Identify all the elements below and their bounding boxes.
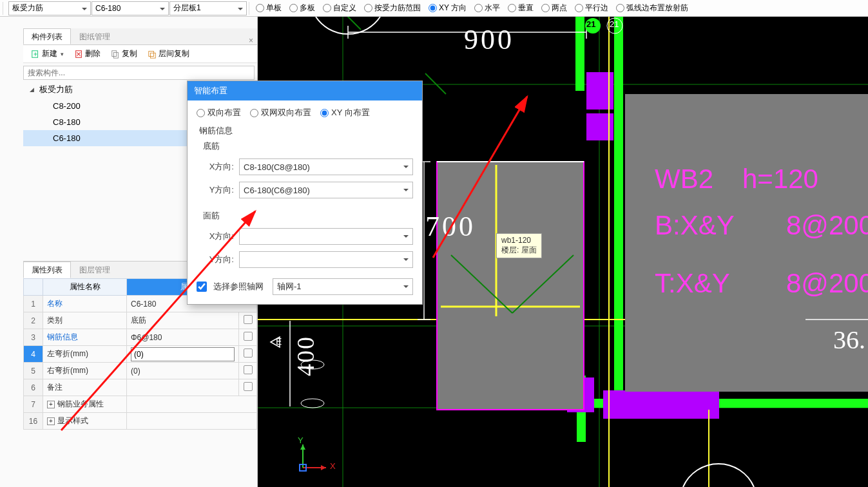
radio-bidir[interactable]: 双向布置: [197, 107, 241, 119]
group-rebar-info: 钢筋信息: [199, 125, 413, 137]
tab-layer-mgmt[interactable]: 图层管理: [71, 262, 119, 278]
y-bottom-select[interactable]: C6-180(C6@180): [239, 182, 413, 198]
copy-button[interactable]: 复制: [108, 47, 140, 61]
radio-double-net[interactable]: 双网双向布置: [250, 107, 311, 119]
svg-rect-32: [625, 94, 868, 392]
component-toolbar: 新建▾ 删除 复制 层间复制: [23, 45, 257, 63]
radio-parallel[interactable]: 平行边: [575, 3, 608, 14]
col-name: 属性名称: [43, 279, 127, 296]
dialog-title[interactable]: 智能布置: [188, 81, 422, 100]
y-top-select[interactable]: [239, 251, 413, 268]
svg-line-41: [425, 73, 446, 94]
radio-twopoint[interactable]: 两点: [541, 3, 567, 14]
sub-top: 面筋: [203, 210, 413, 222]
floor-copy-button[interactable]: 层间复制: [145, 47, 192, 61]
layer-select[interactable]: 分层板1: [169, 1, 247, 15]
axis-select[interactable]: 轴网-1: [273, 278, 413, 295]
table-row[interactable]: 2类别底筋: [24, 312, 257, 329]
new-icon: [31, 50, 40, 59]
layout-mode-radios: 双向布置 双网双向布置 XY 向布置: [197, 107, 413, 119]
table-row[interactable]: 5右弯折(mm)(0): [24, 363, 257, 379]
delete-button[interactable]: 删除: [72, 47, 103, 61]
svg-rect-21: [603, 390, 719, 419]
slab-h: h=120: [742, 164, 818, 195]
new-button[interactable]: 新建▾: [28, 47, 66, 61]
left-bend-input[interactable]: [131, 347, 235, 361]
axis-tag-b: 21: [610, 19, 619, 29]
slab-b-val: 8@200: [786, 210, 868, 241]
ref-grid-label: 选择参照轴网: [213, 281, 264, 292]
table-row[interactable]: 4左弯折(mm): [24, 346, 257, 363]
hover-tooltip: wb1-120 楼层: 屋面: [496, 233, 542, 258]
sub-bottom: 底筋: [203, 140, 413, 152]
svg-rect-7: [149, 51, 154, 56]
tab-drawing-mgmt[interactable]: 图纸管理: [71, 28, 119, 44]
dim-900: 900: [464, 23, 514, 56]
svg-rect-25: [437, 162, 584, 410]
label-x2: X方向:: [197, 231, 239, 242]
x-top-select[interactable]: [239, 228, 413, 245]
search-input[interactable]: [23, 66, 255, 80]
table-row[interactable]: 3钢筋信息Φ6@180: [24, 329, 257, 346]
label-y: Y方向:: [197, 184, 239, 196]
ref-grid-checkbox[interactable]: [197, 282, 207, 292]
search-box: [23, 66, 255, 80]
tab-property-list[interactable]: 属性列表: [23, 262, 71, 278]
svg-marker-48: [300, 444, 305, 450]
slab-t-val: 8@200: [786, 268, 868, 299]
radio-xy-dir[interactable]: XY 向布置: [320, 107, 370, 119]
slab-b: B:X&Y: [655, 210, 735, 241]
svg-line-42: [342, 17, 361, 30]
radio-xy[interactable]: XY 方向: [429, 3, 467, 14]
svg-point-52: [301, 399, 324, 408]
radio-horizontal[interactable]: 水平: [474, 3, 500, 14]
top-toolbar: 板受力筋 C6-180 分层板1 单板 多板 自定义 按受力筋范围 XY 方向 …: [0, 0, 868, 17]
radio-vertical[interactable]: 垂直: [508, 3, 534, 14]
slab-t: T:X&Y: [655, 268, 730, 299]
component-tabs: 构件列表 图纸管理: [23, 28, 257, 45]
close-icon[interactable]: ×: [249, 36, 253, 45]
placement-mode-radios: 单板 多板 自定义 按受力筋范围 XY 方向 水平 垂直 两点 平行边 弧线边布…: [256, 3, 695, 14]
label-x: X方向:: [197, 161, 239, 173]
svg-rect-5: [112, 50, 117, 56]
tab-component-list[interactable]: 构件列表: [23, 28, 71, 44]
floor-copy-icon: [148, 50, 157, 59]
svg-rect-8: [150, 53, 155, 58]
x-bottom-select[interactable]: C8-180(C8@180): [239, 158, 413, 175]
delete-icon: [74, 50, 83, 59]
radio-custom[interactable]: 自定义: [323, 3, 356, 14]
label-y2: Y方向:: [197, 254, 239, 265]
table-row[interactable]: 7+钢筋业务属性: [24, 396, 257, 413]
component-type-select[interactable]: 板受力筋: [8, 1, 91, 15]
dim-700: 700: [425, 210, 476, 243]
axis-tag-a: 21: [586, 19, 595, 29]
dim-36: 36.: [833, 325, 865, 355]
table-row[interactable]: 16+显示样式: [24, 413, 257, 430]
copy-icon: [111, 50, 120, 59]
ucs-y-label: Y: [298, 435, 304, 445]
slab-label: WB2: [655, 164, 713, 195]
radio-multi[interactable]: 多板: [289, 3, 315, 14]
marker-e: E: [276, 336, 282, 347]
svg-marker-46: [321, 465, 326, 470]
svg-rect-6: [113, 52, 118, 58]
component-name-select[interactable]: C6-180: [92, 1, 169, 15]
radio-arc[interactable]: 弧线边布置放射筋: [616, 3, 688, 14]
smart-layout-dialog: 智能布置 双向布置 双网双向布置 XY 向布置 钢筋信息 底筋 X方向: C8-…: [187, 81, 423, 305]
dim-400: 400: [291, 336, 320, 376]
radio-range[interactable]: 按受力筋范围: [364, 3, 421, 14]
radio-single[interactable]: 单板: [256, 3, 282, 14]
table-row[interactable]: 6备注: [24, 379, 257, 396]
ucs-x-label: X: [330, 461, 336, 471]
